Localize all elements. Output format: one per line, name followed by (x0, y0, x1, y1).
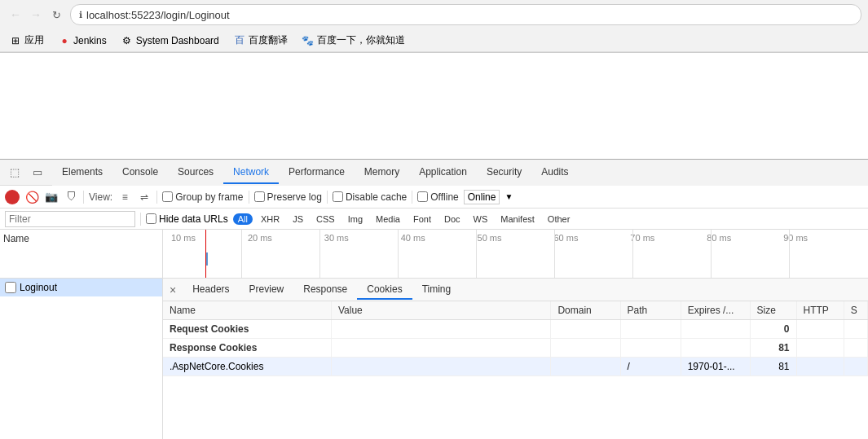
response-cookies-name: Response Cookies (163, 339, 331, 358)
request-name: Loginout (20, 282, 57, 293)
tab-security[interactable]: Security (477, 161, 531, 184)
timeline-area: Name 10 ms 20 ms 30 ms 40 ms 50 ms 60 ms… (0, 230, 868, 279)
detail-tabs: × Headers Preview Response Cookies Timin… (163, 279, 868, 301)
close-detail-button[interactable]: × (163, 280, 183, 300)
tab-sources[interactable]: Sources (168, 161, 223, 184)
detail-tab-preview[interactable]: Preview (240, 280, 294, 300)
lock-icon: ℹ (79, 10, 82, 20)
timeline-label-30: 30 ms (324, 233, 401, 243)
response-cookies-s (844, 339, 867, 358)
disable-cache-label[interactable]: Disable cache (333, 191, 407, 203)
bookmark-apps-label: 应用 (24, 33, 44, 47)
filter-css-button[interactable]: CSS (311, 213, 340, 225)
bookmark-system-dashboard[interactable]: ⚙ System Dashboard (118, 33, 223, 48)
record-button[interactable] (5, 190, 20, 204)
reload-button[interactable]: ↻ (47, 6, 65, 24)
clear-button[interactable]: 🚫 (24, 190, 39, 204)
address-bar[interactable]: ℹ localhost:55223/login/Loginout (70, 4, 861, 25)
devtools: ⬚ ▭ Elements Console Sources Network Per… (0, 159, 868, 439)
main-content: Loginout × Headers Preview Response Cook… (0, 279, 868, 439)
filter-js-button[interactable]: JS (288, 213, 308, 225)
inspect-element-button[interactable]: ⬚ (5, 163, 24, 182)
detail-tab-timing[interactable]: Timing (412, 280, 461, 300)
bookmark-jenkins-label: Jenkins (73, 35, 107, 46)
vline-8 (789, 230, 790, 278)
back-button[interactable]: ← (7, 6, 24, 24)
network-speed-select[interactable]: Online (464, 190, 500, 204)
name-column-header: Name (3, 233, 29, 244)
header-domain: Domain (551, 301, 620, 320)
tab-memory[interactable]: Memory (355, 161, 409, 184)
filter-manifest-button[interactable]: Manifest (496, 213, 540, 225)
tab-audits[interactable]: Audits (531, 161, 578, 184)
disable-cache-checkbox[interactable] (333, 191, 343, 202)
request-cookies-row: Request Cookies 0 (163, 320, 868, 339)
filter-media-button[interactable]: Media (371, 213, 405, 225)
filter-font-button[interactable]: Font (408, 213, 436, 225)
browser-toolbar: ← → ↻ ℹ localhost:55223/login/Loginout (0, 0, 868, 29)
filter-input[interactable] (5, 211, 135, 227)
request-select-checkbox[interactable] (5, 282, 16, 293)
timeline-label-40: 40 ms (401, 233, 478, 243)
filter-img-button[interactable]: Img (343, 213, 368, 225)
offline-label[interactable]: Offline (417, 191, 458, 203)
filter-ws-button[interactable]: WS (469, 213, 493, 225)
timeline-name-column: Name (0, 230, 163, 278)
hide-data-urls-checkbox[interactable] (146, 213, 156, 224)
vline-6 (632, 230, 633, 278)
preserve-log-text: Preserve log (267, 191, 322, 203)
tab-application[interactable]: Application (409, 161, 477, 184)
detail-tab-response[interactable]: Response (293, 280, 357, 300)
aspnetcore-cookies-row[interactable]: .AspNetCore.Cookies / 1970-01-... 81 (163, 358, 868, 376)
screenshot-button[interactable]: 📷 (44, 190, 59, 204)
network-toolbar: 🚫 📷 ⛉ View: ≡ ⇌ Group by frame Preserve … (0, 186, 868, 209)
offline-checkbox[interactable] (417, 191, 428, 202)
bookmark-system-dashboard-label: System Dashboard (136, 35, 219, 46)
page-content (0, 53, 868, 159)
timeline-labels: 10 ms 20 ms 30 ms 40 ms 50 ms 60 ms 70 m… (163, 233, 868, 243)
filter-doc-button[interactable]: Doc (439, 213, 465, 225)
aspnetcore-cookies-expires: 1970-01-... (681, 358, 750, 376)
view-label: View: (89, 191, 112, 203)
bookmark-baidu-translate[interactable]: 百 百度翻译 (231, 32, 291, 49)
vline-5 (554, 230, 555, 278)
detail-tab-headers[interactable]: Headers (183, 280, 239, 300)
bookmark-apps[interactable]: ⊞ 应用 (7, 32, 47, 49)
baidu-translate-icon: 百 (234, 35, 245, 46)
header-expires: Expires /... (681, 301, 750, 320)
response-cookies-expires (681, 339, 750, 358)
request-item-loginout[interactable]: Loginout (0, 279, 162, 296)
tab-performance[interactable]: Performance (279, 161, 355, 184)
request-list: Loginout (0, 279, 163, 439)
detail-tab-cookies[interactable]: Cookies (357, 280, 412, 300)
filter-xhr-button[interactable]: XHR (256, 213, 284, 225)
vline-7 (711, 230, 712, 278)
aspnetcore-cookies-name: .AspNetCore.Cookies (163, 358, 331, 376)
group-by-frame-checkbox[interactable] (162, 191, 173, 202)
forward-button[interactable]: → (27, 6, 45, 24)
bookmark-jenkins[interactable]: ● Jenkins (55, 33, 110, 48)
hide-data-urls-label[interactable]: Hide data URLs (146, 213, 228, 225)
tab-network[interactable]: Network (223, 161, 279, 184)
aspnetcore-cookies-size: 81 (750, 358, 796, 376)
response-cookies-path (620, 339, 681, 358)
filter-other-button[interactable]: Other (543, 213, 575, 225)
group-by-frame-label[interactable]: Group by frame (162, 191, 243, 203)
header-value: Value (331, 301, 550, 320)
preserve-log-checkbox[interactable] (254, 191, 265, 202)
tab-elements[interactable]: Elements (52, 161, 112, 184)
preserve-log-label[interactable]: Preserve log (254, 191, 322, 203)
response-cookies-domain (551, 339, 620, 358)
header-http: HTTP (796, 301, 844, 320)
cookies-content: Name Value Domain Path Expires /... Size… (163, 301, 868, 439)
timeline-chart: 10 ms 20 ms 30 ms 40 ms 50 ms 60 ms 70 m… (163, 230, 868, 278)
aspnetcore-cookies-domain (551, 358, 620, 376)
aspnetcore-cookies-http (796, 358, 844, 376)
device-toolbar-button[interactable]: ▭ (28, 163, 47, 182)
tab-console[interactable]: Console (112, 161, 168, 184)
filter-all-button[interactable]: All (233, 213, 253, 225)
filter-button[interactable]: ⛉ (64, 190, 78, 204)
bookmark-baidu-search[interactable]: 🐾 百度一下，你就知道 (299, 32, 408, 49)
view-compact-button[interactable]: ⇌ (137, 190, 152, 204)
view-list-button[interactable]: ≡ (117, 190, 132, 204)
